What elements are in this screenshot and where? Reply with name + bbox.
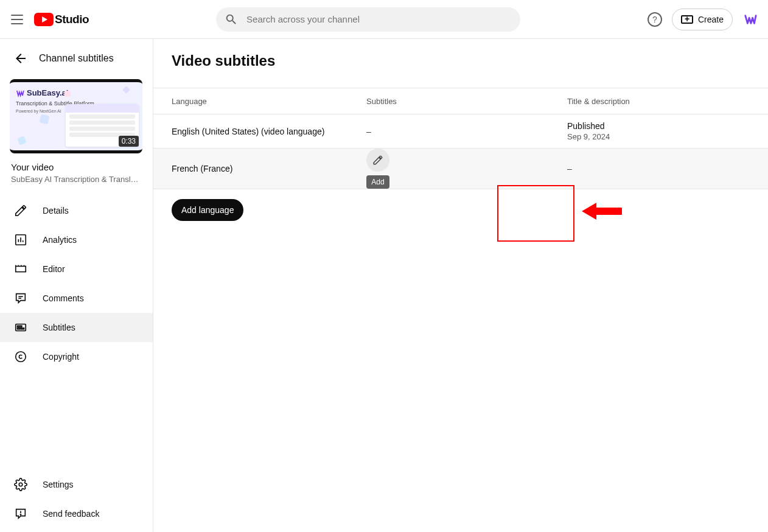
back-arrow-icon	[13, 51, 28, 66]
sidebar-item-label: Analytics	[43, 235, 77, 245]
svg-rect-14	[18, 326, 22, 327]
video-thumbnail-wrap: SubEasy.ai Transcription & Subtitle Plat…	[0, 72, 153, 157]
add-subtitles-wrap: Add	[366, 149, 389, 189]
thumbnail-duration: 0:33	[119, 136, 139, 147]
back-title: Channel subtitles	[39, 53, 114, 64]
table-row[interactable]: French (France) Add –	[153, 149, 768, 189]
search-icon	[225, 13, 238, 26]
svg-point-16	[19, 483, 23, 486]
feedback-label: Send feedback	[43, 509, 99, 519]
sidebar-item-comments[interactable]: Comments	[0, 284, 153, 313]
hamburger-menu-icon[interactable]	[10, 12, 24, 27]
comments-icon	[13, 291, 28, 306]
svg-rect-11	[16, 324, 26, 331]
sidebar-item-label: Editor	[43, 264, 65, 274]
add-subtitles-button[interactable]	[366, 149, 389, 172]
copyright-icon	[13, 349, 28, 364]
sidebar-item-label: Subtitles	[43, 323, 75, 332]
create-label: Create	[698, 15, 724, 24]
header-right: ? Create	[648, 9, 758, 30]
annotation-highlight-box	[497, 185, 574, 242]
studio-logo[interactable]: Studio	[34, 13, 89, 26]
col-language: Language	[153, 97, 366, 106]
video-meta: Your video SubEasy AI Transcription & Tr…	[0, 157, 153, 190]
sidebar-item-analytics[interactable]: Analytics	[0, 225, 153, 254]
sidebar-item-label: Comments	[43, 293, 84, 303]
pencil-icon	[13, 203, 28, 218]
help-icon[interactable]: ?	[648, 12, 662, 27]
sidebar-item-copyright[interactable]: Copyright	[0, 342, 153, 371]
youtube-play-icon	[34, 13, 54, 26]
row-subtitles: Add	[366, 149, 567, 189]
row-language: English (United States) (video language)	[153, 127, 366, 136]
subtitles-icon	[13, 320, 28, 335]
pencil-icon	[372, 155, 383, 166]
thumb-brand: SubEasy.ai	[16, 88, 68, 97]
sidebar-item-feedback[interactable]: Send feedback	[0, 499, 153, 528]
sidebar: Channel subtitles SubEasy.ai Transcripti…	[0, 39, 153, 532]
svg-rect-12	[18, 328, 21, 329]
table-header: Language Subtitles Title & description	[153, 88, 768, 114]
video-title: SubEasy AI Transcription & Translati…	[11, 175, 142, 184]
editor-icon	[13, 262, 28, 276]
thumb-line2: Powered by NextGen AI	[16, 109, 61, 113]
gear-icon	[13, 477, 28, 492]
svg-point-15	[16, 352, 26, 362]
body: Channel subtitles SubEasy.ai Transcripti…	[0, 39, 768, 532]
back-row[interactable]: Channel subtitles	[0, 45, 153, 72]
sidebar-item-label: Details	[43, 206, 69, 215]
your-video-label: Your video	[11, 162, 142, 172]
create-button[interactable]: Create	[672, 9, 733, 30]
col-titledesc: Title & description	[567, 97, 768, 106]
table-row[interactable]: English (United States) (video language)…	[153, 114, 768, 149]
logo-text: Studio	[55, 13, 89, 26]
sidebar-item-editor[interactable]: Editor	[0, 254, 153, 284]
header-center	[99, 7, 638, 32]
svg-rect-4	[16, 266, 26, 271]
sidebar-item-subtitles[interactable]: Subtitles	[0, 313, 153, 342]
analytics-icon	[13, 233, 28, 247]
search-input[interactable]	[246, 14, 512, 24]
main-content: Video subtitles Language Subtitles Title…	[153, 39, 768, 532]
add-language-button[interactable]: Add language	[172, 199, 243, 221]
app-header: Studio ? Create	[0, 0, 768, 39]
svg-point-18	[20, 514, 21, 515]
row-subtitles: –	[366, 127, 567, 136]
sidebar-item-label: Copyright	[43, 352, 79, 362]
row-titledesc: Published Sep 9, 2024	[567, 121, 768, 141]
account-badge-icon[interactable]	[742, 12, 758, 27]
video-thumbnail[interactable]: SubEasy.ai Transcription & Subtitle Plat…	[10, 79, 142, 153]
sidebar-item-settings[interactable]: Settings	[0, 470, 153, 499]
add-tooltip: Add	[366, 175, 389, 189]
subtitles-table: Language Subtitles Title & description E…	[153, 88, 768, 189]
search-box[interactable]	[216, 7, 520, 32]
row-titledesc: –	[567, 164, 768, 173]
annotation-arrow-icon	[579, 199, 622, 226]
sidebar-item-details[interactable]: Details	[0, 196, 153, 225]
row-language: French (France)	[153, 164, 366, 173]
create-plus-icon	[681, 15, 693, 24]
sidebar-nav: Details Analytics Editor Comments Subtit…	[0, 196, 153, 371]
page-title: Video subtitles	[153, 52, 768, 69]
settings-label: Settings	[43, 480, 74, 489]
col-subtitles: Subtitles	[366, 97, 567, 106]
svg-rect-13	[21, 328, 24, 329]
feedback-icon	[13, 506, 28, 521]
